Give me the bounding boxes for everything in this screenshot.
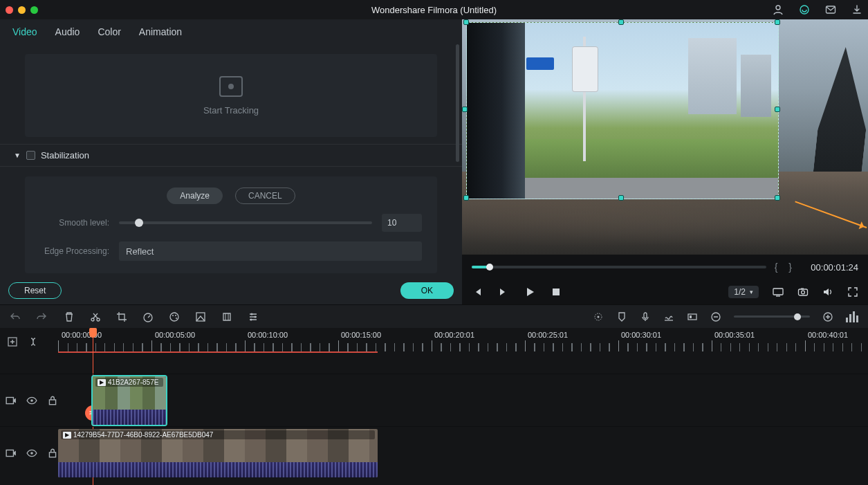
timeline-clip-selected[interactable]: ▶41B2A267-857E (93, 376, 166, 425)
step-back-button[interactable] (472, 286, 483, 298)
svg-rect-5 (799, 289, 808, 295)
snapshot-button[interactable] (797, 286, 809, 298)
marker-button[interactable] (616, 311, 627, 322)
green-screen-button[interactable] (195, 311, 206, 322)
preview-quality-select[interactable]: 1/2▾ (728, 286, 759, 298)
ruler-time-label: 00:00:20:01 (434, 331, 474, 339)
resize-handle[interactable] (462, 107, 468, 112)
start-tracking-label: Start Tracking (203, 105, 259, 116)
minimize-window-button[interactable] (18, 6, 26, 14)
track-video-icon[interactable] (6, 395, 17, 406)
delete-button[interactable] (64, 311, 75, 322)
preview-progress-slider[interactable] (472, 266, 766, 268)
color-button[interactable] (169, 311, 180, 322)
svg-rect-21 (644, 313, 647, 318)
svg-point-6 (802, 291, 805, 294)
resize-handle[interactable] (463, 195, 469, 201)
svg-point-12 (172, 315, 174, 316)
svg-point-13 (175, 315, 176, 316)
zoom-in-button[interactable] (822, 311, 833, 322)
thumbnail-size-button[interactable] (687, 311, 698, 322)
adjust-button[interactable] (248, 311, 259, 322)
tab-audio[interactable]: Audio (55, 26, 80, 43)
track-video-icon[interactable] (6, 448, 17, 459)
audio-mixer-button[interactable] (663, 311, 674, 322)
volume-button[interactable] (822, 286, 833, 298)
track-visibility-icon[interactable] (26, 448, 37, 459)
timeline-zoom-slider[interactable] (734, 315, 810, 318)
ruler-time-label: 00:00:25:01 (528, 331, 568, 339)
display-device-icon[interactable] (773, 286, 784, 298)
undo-button[interactable] (10, 311, 21, 322)
audio-meter-icon[interactable] (846, 311, 858, 322)
ruler-time-label: 00:00:35:01 (714, 331, 755, 339)
track-visibility-icon[interactable] (26, 395, 37, 406)
resize-handle[interactable] (775, 195, 780, 201)
smooth-level-value[interactable]: 10 (382, 214, 422, 232)
resize-handle[interactable] (618, 19, 624, 25)
tab-animation[interactable]: Animation (139, 26, 182, 43)
keyframe-button[interactable] (221, 311, 232, 322)
cancel-button[interactable]: CANCEL (235, 187, 295, 204)
fullscreen-button[interactable] (847, 286, 858, 298)
step-forward-button[interactable] (498, 286, 509, 298)
record-voiceover-button[interactable] (640, 311, 651, 322)
video-track-2: ▶41B2A267-857E (0, 374, 868, 426)
ok-button[interactable]: OK (400, 282, 454, 299)
timeline-ruler[interactable]: 00:00:00:0000:00:05:0000:00:10:0000:00:1… (58, 328, 868, 356)
svg-point-16 (251, 313, 253, 315)
svg-rect-27 (6, 397, 13, 403)
timeline-toolbar (0, 304, 868, 328)
svg-point-31 (30, 452, 33, 455)
smooth-level-label: Smooth level: (40, 218, 109, 228)
mail-icon[interactable] (825, 4, 836, 15)
resize-handle[interactable] (463, 19, 469, 25)
motion-tracking-box[interactable]: Start Tracking (25, 54, 437, 137)
speed-button[interactable] (142, 311, 154, 322)
window-title: Wondershare Filmora (Untitled) (371, 5, 497, 15)
preview-viewport[interactable] (462, 19, 868, 255)
svg-rect-32 (49, 452, 55, 457)
stabilization-checkbox[interactable] (26, 151, 35, 160)
stabilization-header[interactable]: ▼ Stabilization (0, 144, 462, 167)
inspector-scrollbar[interactable] (456, 44, 459, 162)
svg-point-18 (250, 318, 252, 320)
split-button[interactable] (90, 311, 101, 322)
zoom-out-button[interactable] (710, 311, 721, 322)
crop-button[interactable] (116, 311, 127, 322)
edge-processing-select[interactable]: Reflect (119, 241, 422, 261)
redo-button[interactable] (36, 311, 47, 322)
ruler-time-label: 00:00:05:00 (155, 331, 195, 339)
stop-button[interactable] (551, 286, 562, 298)
tab-video[interactable]: Video (12, 26, 37, 43)
resize-handle[interactable] (775, 107, 780, 112)
svg-rect-29 (49, 399, 55, 404)
auto-ripple-button[interactable] (28, 336, 39, 347)
add-track-button[interactable] (7, 336, 18, 347)
selected-clip-overlay[interactable] (466, 22, 779, 199)
svg-rect-30 (6, 450, 13, 456)
titlebar: Wondershare Filmora (Untitled) (0, 0, 868, 19)
smooth-level-slider[interactable] (119, 221, 372, 224)
resize-handle[interactable] (775, 19, 780, 25)
preview-timecode: 00:00:01:24 (800, 262, 858, 273)
analyze-button[interactable]: Analyze (167, 187, 223, 204)
support-icon[interactable] (799, 4, 810, 15)
play-button[interactable] (524, 286, 535, 298)
maximize-window-button[interactable] (30, 6, 38, 14)
inspector-panel: Video Audio Color Animation Start Tracki… (0, 19, 462, 304)
reset-button[interactable]: Reset (8, 282, 62, 299)
resize-handle[interactable] (618, 195, 624, 201)
mark-out-button[interactable]: } (786, 262, 795, 273)
timeline-clip[interactable]: ▶14279B54-77D7-46B0-8922-AE67BE5DB047 (58, 429, 378, 477)
download-icon[interactable] (851, 4, 862, 15)
track-lock-icon[interactable] (47, 448, 58, 459)
tab-color[interactable]: Color (98, 26, 120, 43)
render-preview-button[interactable] (593, 311, 604, 322)
account-icon[interactable] (773, 4, 784, 15)
track-lock-icon[interactable] (47, 395, 58, 406)
close-window-button[interactable] (6, 6, 13, 14)
mark-in-button[interactable]: { (772, 262, 781, 273)
ruler-time-label: 00:00:10:00 (248, 331, 288, 339)
svg-rect-4 (773, 289, 783, 295)
